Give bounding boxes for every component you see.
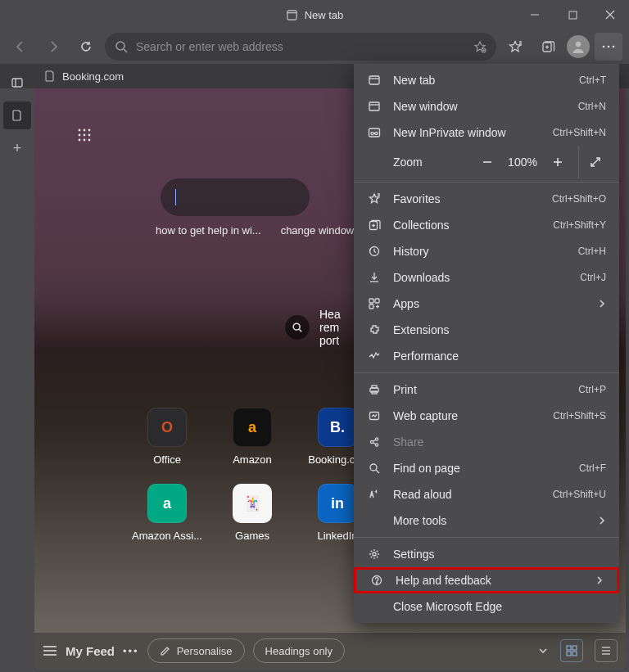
- suggestion-item[interactable]: change windows: [281, 224, 360, 237]
- perf-icon: [367, 350, 382, 363]
- grid-view-button[interactable]: [560, 639, 583, 662]
- hamburger-icon[interactable]: [43, 645, 57, 656]
- tile-icon: a: [233, 408, 272, 447]
- settings-menu-button[interactable]: [595, 33, 622, 61]
- svg-point-31: [88, 139, 91, 142]
- tab-booking[interactable]: Booking.com: [44, 70, 124, 83]
- zoom-label: Zoom: [393, 156, 472, 169]
- tab-page-icon: [286, 9, 298, 21]
- svg-rect-40: [572, 652, 577, 656]
- capture-icon: [367, 409, 382, 422]
- menu-item-more-tools[interactable]: More tools: [354, 507, 619, 534]
- fullscreen-button[interactable]: [578, 146, 611, 178]
- address-bar[interactable]: [105, 33, 496, 61]
- refresh-button[interactable]: [72, 33, 100, 61]
- zoom-out-button[interactable]: [472, 149, 503, 175]
- menu-item-collections[interactable]: CollectionsCtrl+Shift+Y: [354, 212, 619, 238]
- menu-item-help-and-feedback[interactable]: Help and feedback: [354, 567, 619, 593]
- menu-item-label: Collections: [393, 219, 541, 232]
- new-tab-button[interactable]: +: [3, 134, 31, 162]
- back-button[interactable]: [7, 33, 34, 61]
- maximize-button[interactable]: [554, 0, 591, 29]
- vertical-tabs-sidebar: +: [0, 64, 34, 162]
- zoom-in-button[interactable]: [542, 149, 573, 175]
- minimize-button[interactable]: [516, 0, 554, 29]
- quick-link-tile[interactable]: aAmazon Assi...: [124, 484, 210, 542]
- layout-dropdown[interactable]: Headings only: [253, 638, 345, 663]
- chevron-right-icon: [598, 516, 606, 525]
- menu-item-label: New tab: [393, 74, 568, 87]
- tab-actions-button[interactable]: [3, 69, 31, 97]
- menu-shortcut: Ctrl+P: [578, 384, 606, 395]
- svg-rect-3: [569, 11, 577, 19]
- profile-button[interactable]: [567, 35, 590, 58]
- chevron-down-icon[interactable]: [537, 645, 549, 656]
- download-icon: [367, 271, 382, 284]
- favorites-button[interactable]: [501, 33, 529, 61]
- weather-widget[interactable]: Hea rem port: [285, 308, 341, 347]
- menu-item-print[interactable]: PrintCtrl+P: [354, 377, 619, 403]
- svg-line-73: [373, 443, 375, 444]
- read-icon: [367, 488, 382, 501]
- personalise-button[interactable]: Personalise: [147, 638, 245, 663]
- gear-icon: [367, 548, 382, 561]
- menu-item-close-microsoft-edge[interactable]: Close Microsoft Edge: [354, 593, 619, 620]
- menu-item-label: Extensions: [393, 323, 606, 336]
- feed-more-button[interactable]: •••: [123, 645, 139, 657]
- ext-icon: [367, 323, 382, 336]
- address-input[interactable]: [136, 40, 465, 53]
- menu-item-new-window[interactable]: New windowCtrl+N: [354, 93, 619, 120]
- apps-grid-icon[interactable]: [77, 128, 92, 142]
- menu-item-label: More tools: [393, 514, 586, 527]
- chevron-right-icon: [595, 575, 604, 585]
- zoom-value: 100%: [503, 156, 542, 169]
- menu-item-find-on-page[interactable]: Find on pageCtrl+F: [354, 455, 619, 481]
- ntp-search-box[interactable]: [161, 178, 310, 216]
- title-bar: New tab: [0, 0, 629, 29]
- menu-item-downloads[interactable]: DownloadsCtrl+J: [354, 264, 619, 291]
- svg-point-18: [603, 46, 605, 48]
- svg-point-19: [608, 46, 610, 48]
- inprivate-icon: [367, 126, 382, 139]
- svg-point-17: [576, 42, 581, 47]
- menu-shortcut: Ctrl+Shift+U: [553, 489, 606, 500]
- menu-shortcut: Ctrl+H: [578, 246, 606, 257]
- add-favorite-icon[interactable]: [473, 40, 486, 53]
- quick-link-tile[interactable]: OOffice: [124, 408, 210, 466]
- star-plus-icon: [367, 192, 382, 205]
- svg-point-23: [79, 129, 81, 132]
- vertical-tab-current[interactable]: [3, 101, 31, 129]
- menu-item-new-inprivate-window[interactable]: New InPrivate windowCtrl+Shift+N: [354, 120, 619, 146]
- menu-item-label: Settings: [393, 548, 606, 561]
- menu-item-web-capture[interactable]: Web captureCtrl+Shift+S: [354, 403, 619, 429]
- close-button[interactable]: [591, 0, 629, 29]
- feed-title: My Feed: [66, 644, 115, 658]
- menu-shortcut: Ctrl+N: [578, 101, 606, 112]
- svg-point-24: [84, 129, 86, 132]
- forward-button[interactable]: [39, 33, 67, 61]
- menu-item-new-tab[interactable]: New tabCtrl+T: [354, 67, 619, 93]
- menu-item-performance[interactable]: Performance: [354, 343, 619, 369]
- list-view-button[interactable]: [595, 639, 618, 662]
- quick-link-tile[interactable]: aAmazon: [210, 408, 295, 466]
- svg-point-49: [371, 132, 373, 134]
- menu-item-settings[interactable]: Settings: [354, 541, 619, 567]
- svg-point-26: [79, 134, 81, 137]
- svg-rect-66: [372, 386, 377, 388]
- svg-point-50: [375, 132, 378, 134]
- svg-rect-39: [567, 652, 571, 656]
- quick-link-tile[interactable]: 🃏Games: [210, 484, 295, 542]
- svg-point-30: [84, 139, 86, 142]
- svg-point-27: [84, 134, 86, 137]
- menu-item-extensions[interactable]: Extensions: [354, 317, 619, 343]
- suggestion-item[interactable]: how to get help in wi...: [156, 224, 261, 237]
- menu-item-label: Share: [393, 435, 606, 449]
- menu-item-favorites[interactable]: FavoritesCtrl+Shift+O: [354, 186, 619, 212]
- svg-line-33: [299, 329, 301, 331]
- collections-button[interactable]: [534, 33, 562, 61]
- menu-item-read-aloud[interactable]: Read aloudCtrl+Shift+U: [354, 481, 619, 507]
- menu-shortcut: Ctrl+Shift+N: [553, 127, 606, 138]
- search-icon: [285, 315, 310, 340]
- menu-item-history[interactable]: HistoryCtrl+H: [354, 238, 619, 264]
- menu-item-apps[interactable]: Apps: [354, 291, 619, 317]
